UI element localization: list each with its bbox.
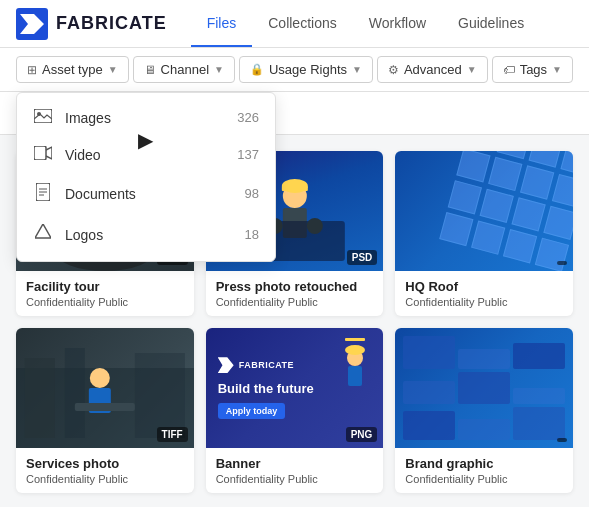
- advanced-label: Advanced: [404, 62, 462, 77]
- nav-guidelines[interactable]: Guidelines: [442, 0, 540, 47]
- chevron-down-icon-5: ▼: [552, 64, 562, 75]
- tags-label: Tags: [520, 62, 547, 77]
- card-title-banner: Banner: [216, 456, 374, 471]
- chevron-down-icon-3: ▼: [352, 64, 362, 75]
- toolbar: ⊞ Asset type ▼ 🖥 Channel ▼ 🔒 Usage Right…: [0, 48, 589, 92]
- images-count: 326: [237, 110, 259, 125]
- card-thumb-hq: [395, 151, 573, 271]
- card-brand-graphic[interactable]: Brand graphic Confidentiality Public: [395, 328, 573, 493]
- banner-logo-row: FABRICATE: [218, 357, 294, 373]
- card-banner[interactable]: FABRICATE Build the future Apply today P…: [206, 328, 384, 493]
- svg-rect-4: [34, 146, 46, 160]
- document-icon: [33, 183, 53, 204]
- logos-label: Logos: [65, 227, 233, 243]
- channel-label: Channel: [161, 62, 209, 77]
- svg-rect-34: [345, 338, 365, 341]
- svg-rect-26: [25, 358, 55, 438]
- svg-rect-27: [65, 348, 85, 438]
- dropdown-item-images[interactable]: Images 326: [17, 99, 275, 136]
- card-info-brand: Brand graphic Confidentiality Public: [395, 448, 573, 493]
- dropdown-item-documents[interactable]: Documents 98: [17, 173, 275, 214]
- svg-rect-35: [348, 366, 362, 386]
- hq-diamond-pattern: [438, 151, 573, 271]
- card-hq-roof[interactable]: HQ Roof Confidentiality Public: [395, 151, 573, 316]
- chevron-down-icon-2: ▼: [214, 64, 224, 75]
- video-count: 137: [237, 147, 259, 162]
- images-label: Images: [65, 110, 225, 126]
- chevron-down-icon-4: ▼: [467, 64, 477, 75]
- card-badge-services: TIFF: [157, 427, 188, 442]
- banner-headline: Build the future: [218, 381, 314, 397]
- asset-type-dropdown: Images 326 Video 137 Documents 98 Logos …: [16, 92, 276, 262]
- asset-type-label: Asset type: [42, 62, 103, 77]
- sliders-icon: ⚙: [388, 63, 399, 77]
- card-info-facility: Facility tour Confidentiality Public: [16, 271, 194, 316]
- logo-text: FABRICATE: [56, 13, 167, 34]
- logos-icon: [33, 224, 53, 245]
- svg-point-33: [345, 345, 365, 355]
- svg-rect-28: [135, 353, 185, 438]
- documents-label: Documents: [65, 186, 233, 202]
- channel-filter[interactable]: 🖥 Channel ▼: [133, 56, 235, 83]
- dropdown-item-logos[interactable]: Logos 18: [17, 214, 275, 255]
- card-badge-hq: [557, 261, 567, 265]
- nav-workflow[interactable]: Workflow: [353, 0, 442, 47]
- asset-type-filter[interactable]: ⊞ Asset type ▼: [16, 56, 129, 83]
- banner-cta: Apply today: [218, 403, 286, 419]
- card-title-services: Services photo: [26, 456, 184, 471]
- card-title-brand: Brand graphic: [405, 456, 563, 471]
- nav-collections[interactable]: Collections: [252, 0, 352, 47]
- card-meta-services: Confidentiality Public: [26, 473, 184, 485]
- card-thumb-brand: [395, 328, 573, 448]
- card-info-banner: Banner Confidentiality Public: [206, 448, 384, 493]
- images-icon: [33, 109, 53, 126]
- brand-grid-pattern: [395, 328, 573, 448]
- card-thumb-banner: FABRICATE Build the future Apply today P…: [206, 328, 384, 448]
- nav-files[interactable]: Files: [191, 0, 253, 47]
- card-info-press: Press photo retouched Confidentiality Pu…: [206, 271, 384, 316]
- card-title-facility: Facility tour: [26, 279, 184, 294]
- card-meta-banner: Confidentiality Public: [216, 473, 374, 485]
- svg-point-24: [306, 218, 322, 234]
- documents-count: 98: [245, 186, 259, 201]
- header: FABRICATE Files Collections Workflow Gui…: [0, 0, 589, 48]
- chevron-down-icon: ▼: [108, 64, 118, 75]
- card-title-press: Press photo retouched: [216, 279, 374, 294]
- card-title-hq: HQ Roof: [405, 279, 563, 294]
- card-meta-brand: Confidentiality Public: [405, 473, 563, 485]
- banner-logo-icon: [218, 357, 234, 373]
- image-icon: ⊞: [27, 63, 37, 77]
- usage-rights-label: Usage Rights: [269, 62, 347, 77]
- svg-point-29: [90, 368, 110, 388]
- tags-filter[interactable]: 🏷 Tags ▼: [492, 56, 573, 83]
- monitor-icon: 🖥: [144, 63, 156, 77]
- main-nav: Files Collections Workflow Guidelines: [191, 0, 541, 47]
- card-badge-banner: PNG: [346, 427, 378, 442]
- dropdown-item-video[interactable]: Video 137: [17, 136, 275, 173]
- card-info-services: Services photo Confidentiality Public: [16, 448, 194, 493]
- logos-count: 18: [245, 227, 259, 242]
- tag-icon: 🏷: [503, 63, 515, 77]
- svg-rect-20: [281, 186, 307, 191]
- card-info-hq: HQ Roof Confidentiality Public: [395, 271, 573, 316]
- usage-rights-filter[interactable]: 🔒 Usage Rights ▼: [239, 56, 373, 83]
- card-meta-hq: Confidentiality Public: [405, 296, 563, 308]
- svg-rect-31: [75, 403, 135, 411]
- advanced-filter[interactable]: ⚙ Advanced ▼: [377, 56, 488, 83]
- lock-icon: 🔒: [250, 63, 264, 76]
- video-icon: [33, 146, 53, 163]
- card-badge-press: PSD: [347, 250, 378, 265]
- card-thumb-services: TIFF: [16, 328, 194, 448]
- card-meta-facility: Confidentiality Public: [26, 296, 184, 308]
- video-label: Video: [65, 147, 225, 163]
- card-badge-brand: [557, 438, 567, 442]
- logo[interactable]: FABRICATE: [16, 8, 167, 40]
- banner-logo-text: FABRICATE: [239, 360, 294, 370]
- logo-icon: [16, 8, 48, 40]
- card-meta-press: Confidentiality Public: [216, 296, 374, 308]
- card-services-photo[interactable]: TIFF Services photo Confidentiality Publ…: [16, 328, 194, 493]
